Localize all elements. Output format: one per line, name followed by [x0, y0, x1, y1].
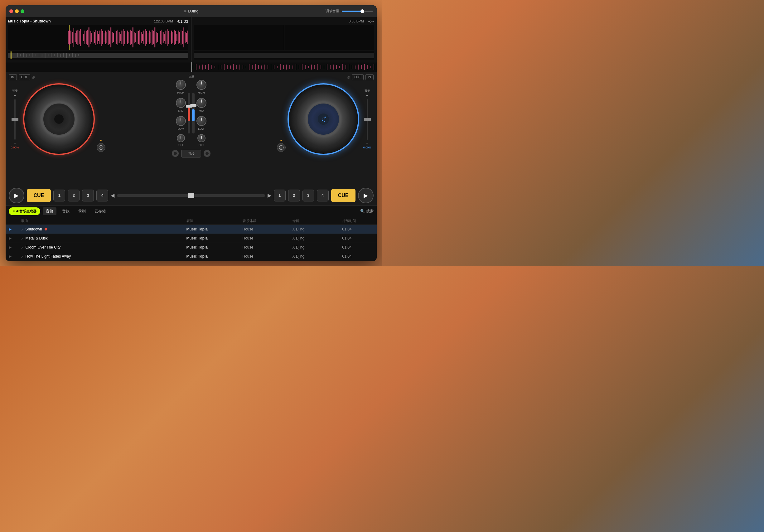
left-waveform-display[interactable] [8, 25, 188, 50]
deck-right-area: IN OUT ⌀ ● AI [231, 74, 374, 183]
track-row-3[interactable]: ▶ ♪ How The Light Fades Away Music Topia… [6, 252, 377, 261]
right-play-button[interactable]: ▶ [358, 188, 374, 203]
right-in-button[interactable]: IN [365, 74, 374, 80]
crossfader-right-arrow[interactable]: ▶ [268, 192, 271, 198]
track-0-play-icon[interactable]: ▶ [9, 227, 21, 231]
right-low-knob[interactable] [196, 116, 206, 126]
left-sync-dot[interactable] [172, 150, 179, 157]
svg-rect-85 [183, 27, 184, 47]
svg-rect-40 [121, 31, 122, 44]
left-hotcue-3[interactable]: 3 [82, 190, 94, 201]
svg-rect-157 [320, 65, 321, 69]
svg-rect-1 [68, 31, 69, 44]
right-waveform-overview[interactable] [194, 51, 374, 60]
svg-rect-147 [289, 65, 290, 69]
left-ai-button[interactable]: AI [97, 143, 105, 152]
crossfader-left-arrow[interactable]: ◀ [111, 192, 114, 198]
svg-rect-117 [196, 64, 196, 70]
left-pitch-track[interactable] [14, 99, 16, 140]
svg-rect-79 [175, 31, 176, 44]
tab-tracks[interactable]: 音轨 [43, 207, 57, 215]
left-out-button[interactable]: OUT [19, 74, 30, 80]
left-mid-knob[interactable] [176, 98, 186, 108]
left-hotcue-1[interactable]: 1 [53, 190, 65, 201]
right-fader-group [192, 93, 195, 133]
mixer-section: 音量 HIGH MID [154, 74, 229, 183]
right-hotcue-3[interactable]: 3 [302, 190, 314, 201]
left-low-knob[interactable] [176, 116, 186, 126]
right-out-button[interactable]: OUT [352, 74, 363, 80]
svg-rect-34 [113, 33, 114, 42]
volume-slider[interactable] [342, 11, 373, 12]
left-fader-track[interactable] [188, 93, 190, 133]
tab-effects[interactable]: 音效 [59, 207, 73, 215]
right-waveform-display[interactable] [194, 25, 374, 50]
svg-rect-139 [265, 65, 265, 70]
sync-button[interactable]: 同步 [181, 150, 201, 157]
right-pitch-plus[interactable]: + [366, 93, 368, 98]
track-1-play-icon[interactable]: ▶ [9, 236, 21, 241]
crossfader-track[interactable] [117, 194, 265, 197]
waveform-left: Music Topia - Shutdown 122.00 BPM -01:03 [6, 17, 191, 62]
svg-rect-136 [255, 64, 256, 70]
right-mid-knob[interactable] [196, 98, 206, 108]
track-3-artist: Music Topia [186, 254, 243, 259]
library-search[interactable]: 🔍 搜索 [360, 209, 374, 214]
right-low-label: LOW [198, 127, 205, 130]
tab-cloud[interactable]: 云存储 [92, 207, 109, 215]
left-turntable[interactable] [23, 83, 95, 155]
right-ai-icon: AI [279, 145, 284, 150]
left-high-knob[interactable] [176, 80, 186, 90]
timeline-section[interactable] [6, 62, 377, 72]
left-hotcue-2[interactable]: 2 [68, 190, 80, 201]
svg-rect-10 [80, 29, 81, 46]
left-cue-button[interactable]: CUE [27, 189, 51, 202]
svg-rect-152 [305, 65, 305, 69]
svg-rect-154 [311, 65, 312, 70]
svg-rect-37 [117, 30, 118, 45]
right-high-knob[interactable] [196, 80, 206, 90]
svg-rect-94 [26, 54, 27, 57]
track-row-1[interactable]: ▶ ♪ Metal & Dusk Music Topia House X Dji… [6, 234, 377, 243]
left-in-button[interactable]: IN [9, 74, 17, 80]
right-turntable[interactable]: ♫ + [287, 83, 359, 155]
left-waveform-overview[interactable] [8, 51, 188, 60]
track-2-note-icon: ♪ [21, 245, 23, 250]
right-pitch-minus[interactable]: − [366, 141, 368, 145]
svg-rect-86 [185, 32, 186, 43]
ai-generator-button[interactable]: ✦ AI音乐生成器 [9, 207, 41, 215]
track-row-2[interactable]: ▶ ♪ Gloom Over The City Music Topia Hous… [6, 243, 377, 252]
svg-rect-26 [102, 31, 103, 44]
svg-rect-162 [336, 65, 337, 69]
svg-rect-174 [374, 64, 374, 70]
track-3-play-icon[interactable]: ▶ [9, 254, 21, 259]
left-play-button[interactable]: ▶ [9, 188, 24, 203]
track-row-0[interactable]: ▶ ♪ Shutdown Music Topia House X Djing 0… [6, 225, 377, 234]
track-2-play-icon[interactable]: ▶ [9, 245, 21, 250]
right-hotcue-2[interactable]: 2 [288, 190, 300, 201]
minimize-button[interactable] [15, 9, 19, 13]
svg-rect-11 [82, 32, 82, 43]
right-ai-dot: ● [280, 138, 282, 142]
maximize-button[interactable] [21, 9, 24, 13]
track-3-genre: House [243, 254, 292, 259]
tab-record[interactable]: 录制 [75, 207, 89, 215]
left-filt-knob[interactable] [177, 134, 185, 142]
right-sync-dot[interactable] [204, 150, 211, 157]
right-cue-button[interactable]: CUE [331, 189, 355, 202]
right-filt-knob[interactable] [197, 134, 206, 142]
left-pitch-minus[interactable]: − [14, 141, 16, 145]
right-pitch-track[interactable] [367, 99, 368, 140]
svg-rect-55 [142, 34, 143, 41]
right-fader-track[interactable] [192, 93, 195, 133]
left-pitch-plus[interactable]: + [14, 93, 16, 98]
left-hotcue-4[interactable]: 4 [96, 190, 108, 201]
svg-rect-28 [105, 31, 106, 44]
svg-rect-20 [94, 32, 95, 43]
svg-rect-75 [170, 33, 170, 42]
right-hotcue-4[interactable]: 4 [317, 190, 329, 201]
close-button[interactable] [9, 9, 13, 13]
svg-rect-91 [17, 53, 18, 57]
right-ai-button[interactable]: AI [277, 143, 286, 152]
right-hotcue-1[interactable]: 1 [274, 190, 286, 201]
